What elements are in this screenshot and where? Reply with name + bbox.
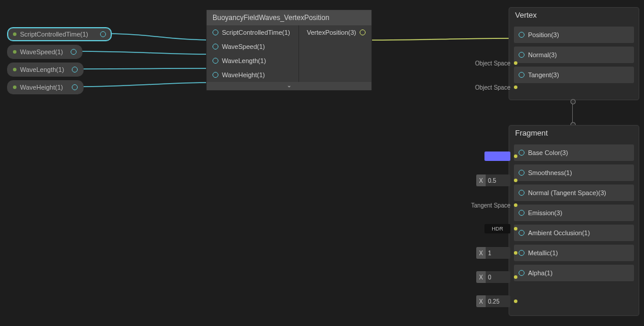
param-wave-height[interactable]: WaveHeight(1)	[7, 80, 84, 94]
axis-label: X	[476, 174, 486, 186]
input-port[interactable]	[213, 29, 218, 35]
inline-port[interactable]	[514, 179, 517, 182]
fragment-slot-smoothness[interactable]: Smoothness(1)	[514, 164, 634, 181]
input-label: WaveSpeed(1)	[222, 43, 265, 50]
node-title[interactable]: BuoyancyFieldWaves_VertexPosition	[207, 10, 371, 25]
param-out-port[interactable]	[72, 67, 78, 73]
slot-label: Ambient Occlusion(1)	[528, 229, 590, 236]
smoothness-field[interactable]: X0.5	[476, 174, 517, 187]
param-script-controlled-time[interactable]: ScriptControlledTime(1)	[7, 27, 112, 41]
metallic-field[interactable]: X0	[476, 271, 517, 284]
input-port[interactable]	[213, 44, 218, 50]
panel-title: Fragment	[509, 126, 639, 141]
fragment-slot-base-color[interactable]: Base Color(3)	[514, 144, 634, 161]
inline-port[interactable]	[514, 275, 517, 279]
output-port[interactable]	[360, 29, 366, 35]
slot-label: Normal (Tangent Space)(3)	[528, 189, 606, 196]
fragment-slot-emission[interactable]: Emission(3)	[514, 205, 634, 221]
node-input-row[interactable]: WaveSpeed(1)	[207, 39, 298, 54]
vertex-slot-tangent[interactable]: Tangent(3)	[514, 67, 634, 83]
inline-port[interactable]	[514, 61, 517, 65]
slot-port[interactable]	[519, 250, 525, 256]
node-input-row[interactable]: WaveHeight(1)	[207, 68, 298, 82]
value-input[interactable]: 1	[486, 247, 510, 259]
node-input-row[interactable]: WaveLength(1)	[207, 54, 298, 68]
emission-hdr[interactable]: HDR	[484, 223, 517, 235]
color-box[interactable]	[484, 152, 510, 161]
tangent-space-label[interactable]: Tangent Space	[471, 199, 517, 212]
param-label: WaveLength(1)	[20, 66, 64, 73]
param-out-port[interactable]	[71, 49, 77, 55]
inline-port[interactable]	[514, 251, 517, 255]
inline-port[interactable]	[514, 227, 517, 230]
input-port[interactable]	[213, 72, 218, 78]
slot-port[interactable]	[519, 270, 525, 276]
inline-port[interactable]	[514, 154, 517, 158]
node-input-row[interactable]: ScriptControlledTime(1)	[207, 25, 298, 39]
input-port[interactable]	[213, 58, 218, 64]
param-in-dot	[13, 32, 16, 36]
slot-label: Position(3)	[528, 31, 559, 38]
slot-port[interactable]	[519, 52, 525, 58]
inline-port[interactable]	[514, 203, 517, 207]
panel-connector	[572, 101, 573, 125]
param-label: WaveHeight(1)	[20, 84, 63, 91]
ambient-occlusion-field[interactable]: X1	[476, 246, 517, 259]
slot-port[interactable]	[519, 190, 525, 196]
param-label: WaveSpeed(1)	[20, 48, 63, 55]
slot-label: Alpha(1)	[528, 269, 553, 276]
connector-end-icon	[570, 99, 576, 104]
slot-label: Tangent(3)	[528, 71, 559, 78]
value-input[interactable]: 0.25	[486, 295, 510, 307]
input-label: ScriptControlledTime(1)	[222, 29, 290, 36]
slot-label: Emission(3)	[528, 209, 562, 216]
panel-fragment[interactable]: Fragment Base Color(3) Smoothness(1) Nor…	[509, 125, 639, 316]
param-in-dot	[13, 85, 16, 89]
base-color-swatch[interactable]	[484, 150, 517, 162]
space-label-text: Object Space	[475, 84, 510, 91]
node-expand-button[interactable]: ⌄	[207, 82, 371, 90]
param-in-dot	[13, 68, 16, 71]
hdr-badge[interactable]: HDR	[484, 224, 510, 233]
vertex-tangent-space-label[interactable]: Object Space	[475, 81, 517, 94]
param-wave-speed[interactable]: WaveSpeed(1)	[7, 45, 82, 59]
param-wave-length[interactable]: WaveLength(1)	[7, 62, 84, 77]
input-label: WaveLength(1)	[222, 57, 266, 64]
output-label: VertexPosition(3)	[307, 29, 356, 36]
inline-port[interactable]	[514, 299, 517, 303]
vertex-slot-normal[interactable]: Normal(3)	[514, 47, 634, 63]
param-in-dot	[13, 50, 16, 54]
axis-label: X	[476, 247, 486, 259]
fragment-slot-normal[interactable]: Normal (Tangent Space)(3)	[514, 185, 634, 201]
value-input[interactable]: 0	[486, 271, 510, 283]
slot-port[interactable]	[519, 210, 525, 216]
panel-title: Vertex	[509, 8, 639, 23]
alpha-field[interactable]: X0.25	[476, 295, 517, 308]
axis-label: X	[476, 295, 486, 307]
axis-label: X	[476, 271, 486, 283]
fragment-slot-alpha[interactable]: Alpha(1)	[514, 265, 634, 281]
vertex-slot-position[interactable]: Position(3)	[514, 27, 634, 43]
fragment-slot-metallic[interactable]: Metallic(1)	[514, 245, 634, 261]
slot-port[interactable]	[519, 150, 525, 156]
fragment-slot-ambient-occlusion[interactable]: Ambient Occlusion(1)	[514, 225, 634, 241]
panel-vertex[interactable]: Vertex Position(3) Normal(3) Tangent(3)	[509, 7, 639, 100]
slot-label: Metallic(1)	[528, 249, 558, 256]
node-buoyancy-field-waves[interactable]: BuoyancyFieldWaves_VertexPosition Script…	[206, 9, 372, 91]
node-output-row[interactable]: VertexPosition(3)	[299, 25, 371, 39]
slot-port[interactable]	[519, 72, 525, 78]
param-out-port[interactable]	[100, 31, 106, 37]
slot-port[interactable]	[519, 32, 525, 38]
inline-port[interactable]	[514, 85, 517, 89]
slot-label: Smoothness(1)	[528, 169, 572, 176]
slot-port[interactable]	[519, 230, 525, 236]
param-label: ScriptControlledTime(1)	[20, 31, 88, 38]
value-input[interactable]: 0.5	[486, 174, 510, 186]
space-label-text: Tangent Space	[471, 202, 510, 209]
input-label: WaveHeight(1)	[222, 71, 265, 78]
slot-port[interactable]	[519, 170, 525, 176]
vertex-normal-space-label[interactable]: Object Space	[475, 57, 517, 70]
slot-label: Base Color(3)	[528, 149, 568, 156]
param-out-port[interactable]	[72, 84, 78, 90]
space-label-text: Object Space	[475, 60, 510, 67]
